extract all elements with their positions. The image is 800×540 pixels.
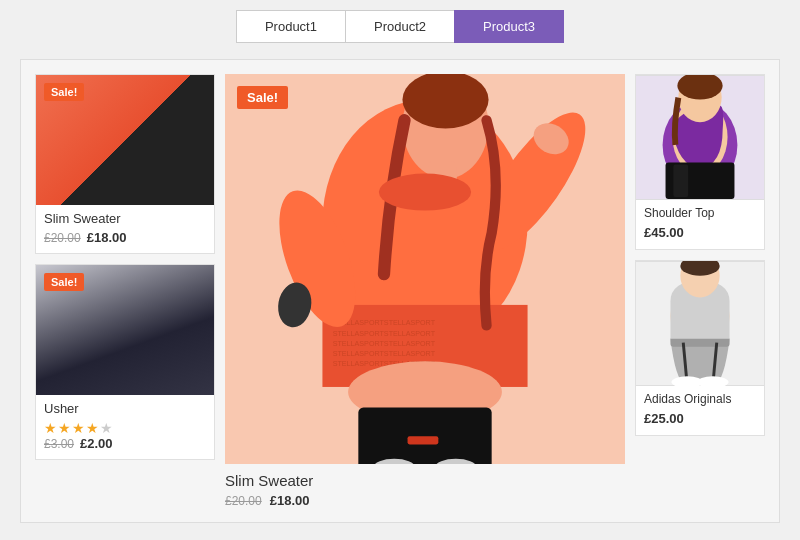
svg-rect-17 [408, 436, 439, 444]
slim-sweater-prices: £20.00 £18.00 [44, 230, 206, 245]
slim-sweater-name: Slim Sweater [44, 211, 206, 226]
product-card-shoulder-top[interactable]: Shoulder Top £45.00 [635, 74, 765, 250]
product-grid: Sale! Slim Sweater £20.00 £18.00 Sale! U… [20, 59, 780, 523]
featured-product-name: Slim Sweater [225, 472, 625, 489]
product-card-slim-sweater[interactable]: Sale! Slim Sweater £20.00 £18.00 [35, 74, 215, 254]
usher-prices: £3.00 £2.00 [44, 436, 206, 451]
slim-sweater-old-price: £20.00 [44, 231, 81, 245]
featured-product-image[interactable]: Sale! STELLASPORTSTELLASPORT STELLASPORT… [225, 74, 625, 464]
adidas-price: £25.00 [644, 411, 684, 426]
left-column: Sale! Slim Sweater £20.00 £18.00 Sale! U… [35, 74, 215, 508]
shoulder-top-info: Shoulder Top £45.00 [636, 200, 764, 249]
shoulder-top-image [636, 75, 764, 200]
featured-old-price: £20.00 [225, 494, 262, 508]
adidas-name: Adidas Originals [644, 392, 756, 406]
featured-new-price: £18.00 [270, 493, 310, 508]
featured-sale-badge: Sale! [237, 86, 288, 109]
shoulder-top-name: Shoulder Top [644, 206, 756, 220]
tab-bar: Product1 Product2 Product3 [236, 10, 564, 43]
svg-rect-28 [673, 165, 688, 197]
svg-text:STELLASPORTSTELLASPORT: STELLASPORTSTELLASPORT [333, 340, 436, 348]
featured-product-svg: STELLASPORTSTELLASPORT STELLASPORTSTELLA… [225, 74, 625, 464]
tab-product2[interactable]: Product2 [345, 10, 454, 43]
usher-name: Usher [44, 401, 206, 416]
svg-text:STELLASPORTSTELLASPORT: STELLASPORTSTELLASPORT [333, 330, 436, 338]
adidas-info: Adidas Originals £25.00 [636, 386, 764, 435]
adidas-image [636, 261, 764, 386]
usher-old-price: £3.00 [44, 437, 74, 451]
svg-rect-11 [358, 407, 491, 464]
featured-product-info: Slim Sweater £20.00 £18.00 [225, 472, 625, 508]
usher-info: Usher ★★★★★ £3.00 £2.00 [36, 395, 214, 459]
shoulder-top-price-row: £45.00 [644, 223, 756, 241]
sale-badge-slim-sweater: Sale! [44, 83, 84, 101]
usher-new-price: £2.00 [80, 436, 113, 451]
product-card-adidas[interactable]: Adidas Originals £25.00 [635, 260, 765, 436]
tab-product3[interactable]: Product3 [454, 10, 564, 43]
shoulder-top-svg [636, 75, 764, 200]
sale-badge-usher: Sale! [44, 273, 84, 291]
svg-text:STELLASPORTSTELLASPORT: STELLASPORTSTELLASPORT [333, 350, 436, 358]
usher-stars: ★★★★★ [44, 420, 206, 436]
product-card-usher[interactable]: Sale! Usher ★★★★★ £3.00 £2.00 [35, 264, 215, 460]
tab-product1[interactable]: Product1 [236, 10, 345, 43]
adidas-price-row: £25.00 [644, 409, 756, 427]
shoulder-top-price: £45.00 [644, 225, 684, 240]
featured-price-row: £20.00 £18.00 [225, 493, 625, 508]
adidas-svg [636, 261, 764, 386]
slim-sweater-new-price: £18.00 [87, 230, 127, 245]
right-column: Shoulder Top £45.00 [635, 74, 765, 508]
slim-sweater-info: Slim Sweater £20.00 £18.00 [36, 205, 214, 253]
center-column: Sale! STELLASPORTSTELLASPORT STELLASPORT… [225, 74, 625, 508]
svg-point-16 [379, 174, 471, 211]
